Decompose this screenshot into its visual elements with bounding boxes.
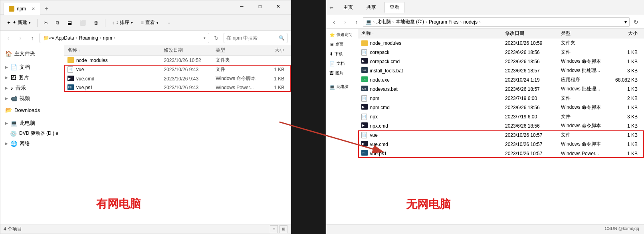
table-row[interactable]: node_modules 2023/10/26 10:59 文件夹 [358,38,644,48]
rename-btn[interactable]: ⬜ [77,18,89,27]
col-name-header[interactable]: 名称 ↑ [67,47,164,54]
table-row[interactable]: BAT nodevars.bat 2023/6/26 18:57 Windows… [358,84,644,94]
file-date: 2023/6/26 18:57 [505,68,561,74]
table-row[interactable]: ▶ vue.cmd 2023/10/26 9:43 Windows 命令脚本 1… [64,74,291,83]
grid-view-btn[interactable]: ⊞ [279,225,287,233]
sidebar-item-pictures[interactable]: ▶ 🖼 图片 [0,72,64,83]
svg-text:PS: PS [362,152,366,154]
sidebar-item-home[interactable]: 🏠 主文件夹 [0,48,64,59]
more-btn[interactable]: ··· [163,18,174,27]
sidebar-home-label: 主文件夹 [14,50,35,57]
right-forward-btn[interactable]: › [341,17,350,27]
table-row[interactable]: ▶ npx.cmd 2023/6/26 18:56 Windows 命令脚本 1… [358,121,644,130]
sidebar-item-network[interactable]: ▶ 🌐 网络 [0,138,64,149]
dvd-icon: 💿 [10,130,17,137]
right-sidebar-quickaccess[interactable]: ⭐ 快速访问 [326,30,358,39]
close-btn[interactable]: ✕ [269,0,287,12]
file-type: 应用程序 [561,76,609,83]
delete-btn[interactable]: 🗑 [91,18,102,27]
sidebar-item-thispc[interactable]: ▶ 💻 此电脑 [0,118,64,128]
table-row[interactable]: 📄 npx 2023/7/19 6:00 文件 3 KB [358,112,644,121]
list-view-btn[interactable]: ≡ [270,225,278,233]
paste-btn[interactable]: ⬓ [64,18,75,27]
file-type: Windows 命令脚本 [561,141,609,148]
file-type: Windows Power... [561,151,609,156]
file-size: 68,082 KB [609,77,641,83]
col-date-header[interactable]: 修改日期 [164,47,216,54]
sidebar-item-docs[interactable]: ▶ 📄 文档 [0,62,64,72]
downloads-icon: 📂 [5,107,12,113]
sidebar-item-music[interactable]: ▶ ♪ 音乐 [0,83,64,93]
table-row[interactable]: PS vue.ps1 2023/10/26 10:57 Windows Powe… [358,149,644,158]
view-btn[interactable]: ≡ 查看▾ [138,18,162,28]
item-count: 4 个项目 [4,226,22,232]
file-date: 2023/6/26 18:56 [505,50,561,55]
network-icon: 🌐 [10,140,17,147]
right-back-btn[interactable]: ‹ [329,17,339,27]
table-row[interactable]: ▶ vue.cmd 2023/10/26 10:57 Windows 命令脚本 … [358,140,644,149]
cut-btn[interactable]: ✂ [41,18,51,27]
right-sidebar-desktop[interactable]: 🖥 桌面 [326,40,358,49]
table-row[interactable]: ▶ npm.cmd 2023/6/26 18:56 Windows 命令脚本 1… [358,103,644,112]
file-size: 1 KB [609,132,641,138]
refresh-btn[interactable]: ↻ [212,33,221,43]
right-col-size[interactable]: 大小 [609,30,641,37]
breadcrumb-dropdown-btn[interactable]: ▾ [204,36,206,40]
right-sidebar-pics[interactable]: 🖼 图片 [326,69,358,78]
sort-btn[interactable]: ↕↕ 排序▾ [109,18,136,28]
tab-close-btn[interactable]: ✕ [32,6,35,12]
table-row[interactable]: 📄 vue 2023/10/26 9:43 文件 1 KB [64,65,291,74]
search-icon[interactable]: 🔍 [279,35,285,41]
sidebar-item-videos[interactable]: ▶ 📹 视频 [0,93,64,104]
file-size: 1 KB [609,50,641,55]
right-refresh-btn[interactable]: ↻ [631,17,641,27]
table-row[interactable]: ▶ corepack.cmd 2023/6/26 18:56 Windows 命… [358,57,644,66]
table-row[interactable]: BAT install_tools.bat 2023/6/26 18:57 Wi… [358,66,644,75]
right-file-list: 名称 ↑ 修改日期 类型 大小 node_modules 2023/10/26 … [358,29,644,224]
sidebar-item-downloads[interactable]: 📂 Downloads [0,105,64,115]
right-col-type[interactable]: 类型 [561,30,609,37]
maximize-btn[interactable]: □ [251,0,269,12]
breadcrumb-bar[interactable]: 📁 «« AppData › Roaming › npm › ▾ [40,33,209,43]
file-date: 2023/10/26 10:57 [505,132,561,138]
main-content: 🏠 主文件夹 ▶ 📄 文档 ▶ 🖼 图片 ▶ ♪ 音乐 [0,45,291,224]
table-row[interactable]: 📄 corepack 2023/6/26 18:56 文件 1 KB [358,48,644,57]
table-row[interactable]: EXE node.exe 2023/10/24 1:19 应用程序 68,082… [358,75,644,84]
right-sidebar-docs[interactable]: 📄 文档 [326,59,358,68]
col-size-header[interactable]: 大小 [264,47,287,54]
table-row[interactable]: PS vue.ps1 2023/10/26 9:43 Windows Power… [64,83,291,92]
tab-view[interactable]: 查看 [384,2,404,13]
copy-btn[interactable]: ⧉ [53,18,63,27]
bc-dropdown[interactable]: ▾ [624,19,627,25]
new-button[interactable]: ✦ ✦ 新建 ▾ [4,18,34,28]
file-date: 2023/6/26 18:56 [505,105,561,110]
table-row[interactable]: node_modules 2023/10/26 10:52 文件夹 [64,56,291,65]
tab-share[interactable]: 共享 [361,2,381,13]
ps1-icon: PS [67,84,74,91]
tab-home[interactable]: 主页 [338,2,358,13]
table-row[interactable]: 📄 npm 2023/7/19 6:00 文件 2 KB [358,94,644,103]
file-type: 文件 [561,113,609,120]
right-up-btn[interactable]: ↑ [352,17,361,27]
back-icon: ⬅ [329,5,333,10]
back-btn[interactable]: ‹ [4,33,13,43]
up-btn[interactable]: ↑ [28,33,37,43]
file-type: Windows 命令脚本 [561,104,609,111]
file-date: 2023/10/26 10:57 [505,151,561,156]
tab-npm[interactable]: npm ✕ [4,3,40,15]
right-sidebar-thispc2[interactable]: 💻 此电脑 [326,82,358,91]
right-col-name[interactable]: 名称 ↑ [361,30,505,37]
new-tab-btn[interactable]: + [40,4,52,14]
table-row[interactable]: 📄 vue 2023/10/26 10:57 文件 1 KB [358,130,644,140]
minimize-btn[interactable]: ─ [232,0,251,12]
right-sidebar-downloads[interactable]: ⬇ 下载 [326,50,358,58]
docs-icon: 📄 [10,64,17,70]
col-type-header[interactable]: 类型 [216,47,264,54]
sidebar-item-dvd[interactable]: 💿 DVD 驱动器 (D:) e [0,128,64,138]
file-type: Windows 命令脚本 [216,75,264,82]
file-name: vue [76,67,164,72]
forward-btn[interactable]: › [16,33,25,43]
search-input[interactable] [226,35,277,41]
right-col-date[interactable]: 修改日期 [505,30,561,37]
right-breadcrumb[interactable]: 💻 › 此电脑 › 本地磁盘 (C:) › Program Files › no… [363,17,630,27]
